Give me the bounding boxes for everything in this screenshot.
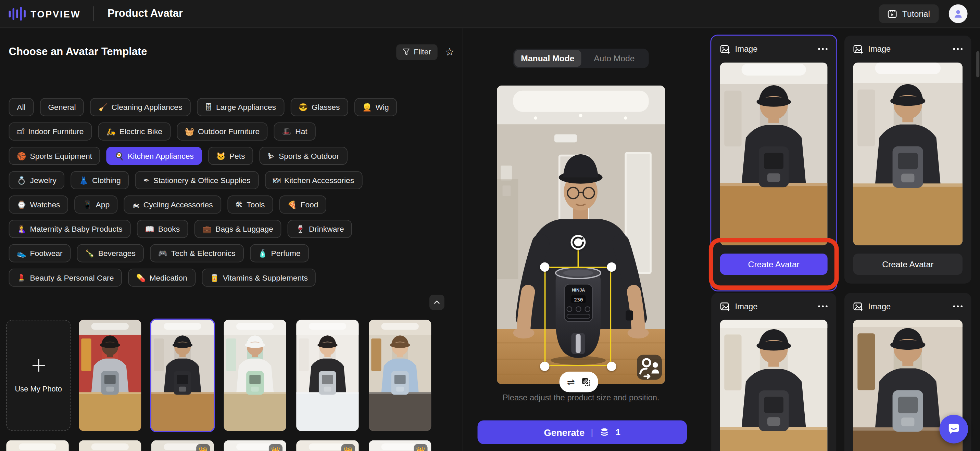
manual-mode-tab[interactable]: Manual Mode <box>514 50 581 67</box>
avatar-template-tile[interactable]: 👑 <box>296 320 359 431</box>
auto-mode-tab[interactable]: Auto Mode <box>581 50 648 67</box>
category-chip[interactable]: 🛵Electric Bike <box>98 122 170 141</box>
category-chip[interactable]: 🍷Drinkware <box>288 220 352 238</box>
category-chip[interactable]: 📖Books <box>137 220 188 238</box>
image-result-card: Image Create Avatar <box>845 36 971 284</box>
avatar-template-tile[interactable]: 👑 <box>224 320 286 431</box>
remove-background-button[interactable] <box>581 377 590 386</box>
category-chip[interactable]: 🎩Hat <box>274 122 315 141</box>
replace-person-button[interactable] <box>637 355 662 380</box>
category-label: Indoor Furniture <box>28 127 84 136</box>
topview-logo-icon <box>9 6 26 21</box>
category-chip[interactable]: 🛠Tools <box>228 195 273 214</box>
use-my-photo-tile[interactable]: Use My Photo <box>6 320 70 431</box>
credits-coins-icon <box>599 427 609 437</box>
category-chip[interactable]: 💼Bags & Luggage <box>194 220 282 238</box>
category-label: Cycling Accessories <box>143 200 213 209</box>
category-label: Tools <box>247 200 265 209</box>
avatar-template-tile[interactable]: 👑 <box>369 320 431 431</box>
editor-canvas[interactable]: NINJA 230 <box>497 86 665 384</box>
category-chip[interactable]: 👗Clothing <box>71 171 129 189</box>
product-selection-box[interactable] <box>544 267 611 366</box>
category-emoji-icon: 🛠 <box>235 201 243 208</box>
category-emoji-icon: ✒ <box>143 176 149 184</box>
generate-separator: | <box>591 427 593 437</box>
category-chip[interactable]: 👟Footwear <box>9 244 71 262</box>
category-emoji-icon: 👟 <box>17 249 26 257</box>
premium-crown-icon: 👑 <box>196 444 210 451</box>
canvas-toolbar: ⇌ <box>560 372 598 392</box>
avatar-template-tile[interactable]: 👑 <box>296 440 359 451</box>
category-chip[interactable]: 🏍Cycling Accessories <box>124 195 221 214</box>
swap-image-button[interactable]: ⇌ <box>567 376 575 388</box>
category-chip[interactable]: 💍Jewelry <box>9 171 65 189</box>
resize-handle-top-left[interactable] <box>540 262 549 272</box>
category-emoji-icon: ⌚ <box>17 201 26 208</box>
premium-crown-icon: 👑 <box>341 444 355 451</box>
generate-label: Generate <box>544 427 584 438</box>
category-label: Kitchen Appliances <box>128 152 194 160</box>
results-scrollbar-thumb[interactable] <box>976 51 979 78</box>
category-chip[interactable]: 🍳Kitchen Appliances <box>107 147 202 165</box>
resize-handle-bottom-left[interactable] <box>540 361 549 371</box>
avatar-template-tile[interactable]: 👑 <box>6 440 69 451</box>
category-chip[interactable]: 💄Beauty & Personal Care <box>9 268 122 287</box>
create-avatar-button[interactable]: Create Avatar <box>720 254 827 275</box>
category-chip[interactable]: 💊Medication <box>128 268 195 287</box>
category-chip[interactable]: General <box>40 98 84 116</box>
create-avatar-button[interactable]: Create Avatar <box>853 254 963 275</box>
category-chip[interactable]: 😎Glasses <box>290 98 348 116</box>
avatar-template-tile[interactable]: 👑 <box>369 440 431 451</box>
category-chip[interactable]: 🥫Vitamins & Supplements <box>202 268 316 287</box>
category-chip[interactable]: 🧴Perfume <box>250 244 309 262</box>
category-label: Medication <box>149 273 187 282</box>
category-chip[interactable]: 🏀Sports Equipment <box>9 147 100 165</box>
category-chip[interactable]: ⌚Watches <box>9 195 68 214</box>
category-chip[interactable]: 🧹Cleaning Appliances <box>91 98 191 116</box>
category-emoji-icon: 💍 <box>17 176 26 184</box>
category-chip[interactable]: 📱App <box>74 195 118 214</box>
card-menu-button[interactable] <box>953 46 963 53</box>
category-chip[interactable]: 🗄Large Appliances <box>197 98 284 116</box>
category-chip[interactable]: 🎮Tech & Electronics <box>150 244 243 262</box>
avatar-template-tile[interactable]: 👑 <box>79 320 142 431</box>
category-chip[interactable]: 🍕Food <box>279 195 326 214</box>
category-chip[interactable]: 🐱Pets <box>208 147 253 165</box>
category-chip[interactable]: 🛋Indoor Furniture <box>9 122 92 141</box>
category-label: Electric Bike <box>119 127 162 136</box>
generate-button[interactable]: Generate | 1 <box>478 420 687 444</box>
category-chip[interactable]: 👱Wig <box>354 98 397 116</box>
category-chip[interactable]: 🤱Maternity & Baby Products <box>9 220 131 238</box>
collapse-categories-button[interactable] <box>430 295 444 310</box>
avatar-template-tile[interactable]: 👑 <box>79 440 142 451</box>
avatar-template-tile[interactable]: 👑 <box>224 440 286 451</box>
user-icon <box>953 8 964 19</box>
category-chip[interactable]: All <box>9 98 34 116</box>
category-chip[interactable]: 🍾Beverages <box>77 244 144 262</box>
brand-logo[interactable]: TOPVIEW <box>9 6 81 21</box>
favorites-star-icon[interactable]: ☆ <box>445 46 454 57</box>
image-icon <box>720 302 730 311</box>
category-chip[interactable]: ✒Stationery & Office Supplies <box>135 171 259 189</box>
avatar-template-tile[interactable]: 👑 <box>151 440 214 451</box>
category-chip[interactable]: ⛷Sports & Outdoor <box>259 147 347 165</box>
category-emoji-icon: 🍾 <box>85 249 94 257</box>
category-chips: All General 🧹Cleaning Appliances 🗄Large … <box>9 98 458 293</box>
category-chip[interactable]: 🧺Outdoor Furniture <box>177 122 268 141</box>
account-avatar[interactable] <box>949 5 968 23</box>
support-chat-button[interactable] <box>939 415 968 443</box>
filter-button[interactable]: Filter <box>396 44 437 60</box>
template-photo <box>296 320 359 431</box>
resize-handle-top-right[interactable] <box>606 262 616 272</box>
result-photo-image <box>720 320 827 451</box>
card-menu-button[interactable] <box>818 46 827 53</box>
category-emoji-icon: 🎩 <box>282 128 291 135</box>
card-menu-button[interactable] <box>818 303 827 310</box>
tutorial-button[interactable]: Tutorial <box>879 5 939 23</box>
category-chip[interactable]: 🍽Kitchen Accessories <box>265 171 362 189</box>
resize-handle-bottom-right[interactable] <box>606 361 616 371</box>
rotate-handle[interactable] <box>571 235 585 250</box>
card-menu-button[interactable] <box>953 303 963 310</box>
category-emoji-icon: 👗 <box>79 176 88 184</box>
avatar-template-tile[interactable]: 👑 <box>151 320 214 431</box>
